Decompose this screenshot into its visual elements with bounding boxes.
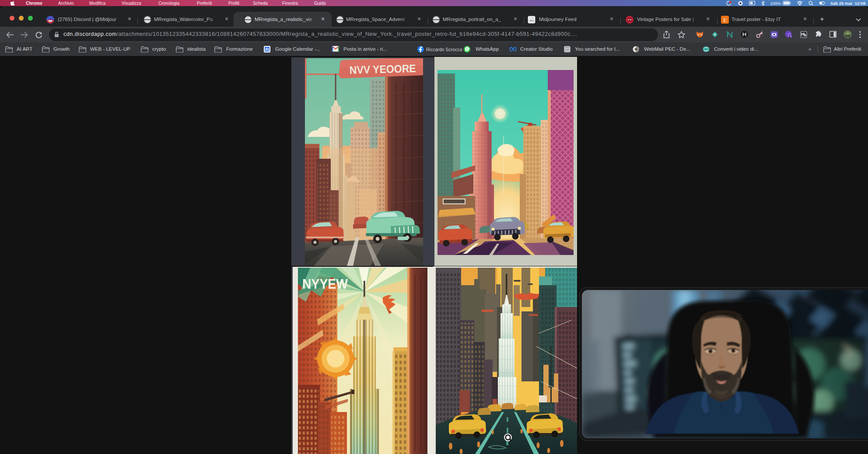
svg-text:NYYEW: NYYEW <box>302 276 348 292</box>
svg-text:NVV YEOORE: NVV YEOORE <box>349 62 416 76</box>
svg-text:E: E <box>723 16 727 23</box>
svg-text:31: 31 <box>265 47 270 52</box>
